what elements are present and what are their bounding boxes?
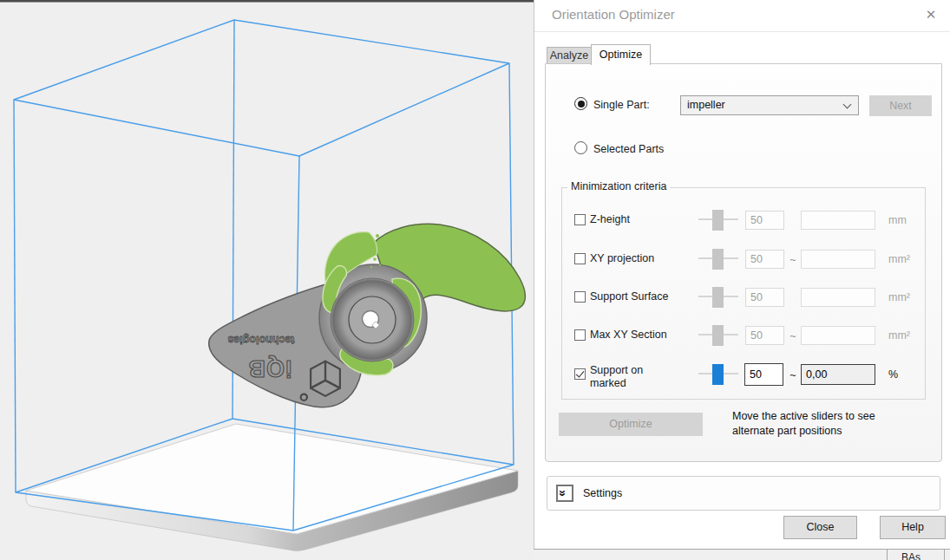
close-button[interactable]: Close <box>783 516 857 539</box>
slider-thumb[interactable] <box>712 287 724 308</box>
settings-label: Settings <box>583 487 622 499</box>
criterion-row-support-on-marked: Support on marked ~ % <box>562 362 925 387</box>
double-chevron-down-icon[interactable]: » <box>556 485 573 502</box>
xy-projection-value-input[interactable] <box>745 250 784 269</box>
title-separator <box>534 31 950 32</box>
hint-line-1: Move the active sliders to see <box>732 409 940 424</box>
hint-line-2: alternate part positions <box>732 424 940 439</box>
selected-parts-label: Selected Parts <box>593 143 664 155</box>
help-button[interactable]: Help <box>880 516 946 539</box>
z-height-checkbox[interactable] <box>574 214 586 225</box>
slider-thumb[interactable] <box>712 325 724 346</box>
max-xy-section-slider[interactable] <box>698 323 738 348</box>
group-label: Minimization criteria <box>567 180 670 192</box>
part-dropdown[interactable]: impeller <box>680 95 859 115</box>
support-surface-label: Support Surface <box>590 290 670 303</box>
part-dropdown-value: impeller <box>687 99 725 111</box>
criterion-row-support-surface: Support Surface mm² <box>562 285 925 309</box>
max-xy-section-value-input[interactable] <box>745 326 784 345</box>
support-surface-slider[interactable] <box>698 285 738 309</box>
support-surface-result-input[interactable] <box>801 288 875 307</box>
background-statusbar-sliver: BAs <box>534 549 950 560</box>
max-xy-section-label: Max XY Section <box>590 329 670 342</box>
xy-projection-result-input[interactable] <box>801 250 875 269</box>
tilde-separator: ~ <box>787 254 799 266</box>
tab-analyze[interactable]: Analyze <box>547 47 592 64</box>
z-height-slider[interactable] <box>698 208 738 232</box>
support-on-marked-label: Support on marked <box>590 364 670 390</box>
criterion-row-xy-projection: XY projection ~ mm² <box>562 247 925 271</box>
optimize-button[interactable]: Optimize <box>559 413 703 436</box>
slider-thumb[interactable] <box>712 249 724 270</box>
viewport-3d[interactable]: iQB technologies <box>0 0 534 560</box>
statusbar-divider <box>944 550 945 560</box>
support-on-marked-slider[interactable] <box>698 362 738 387</box>
app-window: iQB technologies Orientation Optimizer ✕… <box>0 0 950 560</box>
part-logo-text-sub: technologies <box>227 334 294 346</box>
support-surface-unit: mm² <box>888 291 910 303</box>
xy-projection-checkbox[interactable] <box>574 253 586 264</box>
max-xy-section-checkbox[interactable] <box>574 329 586 341</box>
z-height-unit: mm <box>888 214 907 226</box>
chevron-down-icon <box>843 101 852 109</box>
xy-projection-label: XY projection <box>590 252 670 265</box>
z-height-label: Z-height <box>590 213 670 226</box>
xy-projection-unit: mm² <box>888 253 910 265</box>
orientation-optimizer-dialog: Orientation Optimizer ✕ Analyze Optimize… <box>534 0 950 549</box>
criterion-row-max-xy-section: Max XY Section ~ mm² <box>562 323 925 348</box>
dialog-title: Orientation Optimizer <box>552 7 675 22</box>
tab-optimize[interactable]: Optimize <box>591 44 651 65</box>
settings-expander[interactable]: » Settings <box>547 476 940 511</box>
slider-thumb[interactable] <box>712 210 724 231</box>
optimize-tab-page: Single Part: impeller Next Selected Part… <box>545 63 942 462</box>
support-on-marked-checkbox[interactable] <box>574 368 586 380</box>
statusbar-divider <box>887 550 888 560</box>
selected-parts-radio[interactable] <box>574 141 587 154</box>
max-xy-section-result-input[interactable] <box>801 326 875 345</box>
minimization-criteria-group: Minimization criteria Z-height mm XY pro… <box>561 187 926 400</box>
criterion-row-z-height: Z-height mm <box>562 208 925 232</box>
support-on-marked-unit: % <box>888 368 898 381</box>
part-logo-text-main: iQB <box>247 355 292 381</box>
support-surface-checkbox[interactable] <box>574 291 586 303</box>
statusbar-partial-text: BAs <box>901 551 921 560</box>
tilde-separator: ~ <box>787 330 799 342</box>
slider-thumb-active[interactable] <box>712 364 724 385</box>
single-part-radio[interactable] <box>574 97 587 110</box>
support-on-marked-value-input[interactable] <box>744 363 783 386</box>
xy-projection-slider[interactable] <box>698 247 738 271</box>
z-height-value-input[interactable] <box>745 211 784 230</box>
support-surface-value-input[interactable] <box>745 288 784 307</box>
max-xy-section-unit: mm² <box>888 329 910 342</box>
slider-hint-text: Move the active sliders to see alternate… <box>732 409 940 440</box>
window-top-edge <box>0 0 534 3</box>
next-button[interactable]: Next <box>869 95 932 116</box>
close-icon[interactable]: ✕ <box>921 5 940 24</box>
single-part-label: Single Part: <box>593 99 650 111</box>
support-on-marked-result-input[interactable] <box>801 364 875 385</box>
tilde-separator: ~ <box>787 369 799 381</box>
z-height-result-input[interactable] <box>801 211 875 230</box>
